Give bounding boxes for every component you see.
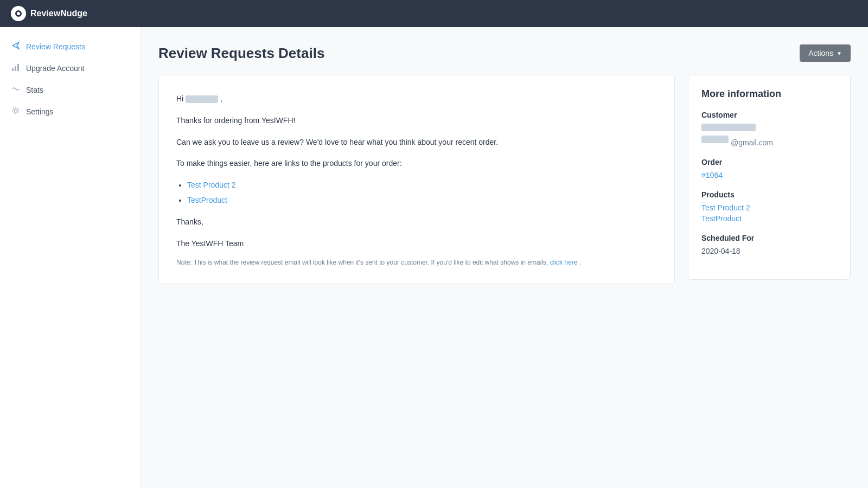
- info-product-link-1[interactable]: Test Product 2: [701, 203, 837, 212]
- sidebar-item-stats[interactable]: Stats: [0, 79, 141, 101]
- email-product-link-1[interactable]: Test Product 2: [187, 181, 236, 189]
- info-card: More information Customer @gmail.com Ord…: [688, 75, 851, 280]
- actions-button[interactable]: Actions ▼: [800, 44, 851, 62]
- topbar: ReviewNudge: [0, 0, 868, 27]
- greeting-text: Hi: [176, 94, 183, 103]
- send-icon: [11, 41, 21, 52]
- customer-name-redacted: [186, 95, 218, 103]
- note-text: Note: This is what the review request em…: [176, 259, 548, 266]
- order-number-link[interactable]: #1064: [701, 171, 837, 179]
- note-click-here-link[interactable]: click here: [550, 259, 578, 266]
- svg-point-1: [17, 12, 20, 15]
- customer-email-redacted: [701, 136, 729, 143]
- customer-email: @gmail.com: [701, 136, 837, 147]
- page-title: Review Requests Details: [158, 45, 324, 62]
- email-paragraph-1: Thanks for ordering from YesIWFH!: [176, 114, 657, 127]
- products-label: Products: [701, 190, 837, 199]
- settings-icon: [11, 106, 21, 117]
- actions-label: Actions: [808, 49, 833, 57]
- page-header: Review Requests Details Actions ▼: [158, 44, 851, 62]
- content-area: Review Requests Details Actions ▼ Hi , T…: [141, 27, 868, 488]
- order-label: Order: [701, 158, 837, 166]
- sidebar-label-upgrade: Upgrade Account: [26, 64, 84, 73]
- main-layout: Review Requests Upgrade Account Stats: [0, 27, 868, 488]
- sidebar-item-review-requests[interactable]: Review Requests: [0, 36, 141, 57]
- note-suffix: .: [579, 259, 581, 266]
- upgrade-icon: [11, 63, 21, 74]
- email-paragraph-2: Can we ask you to leave us a review? We'…: [176, 136, 657, 149]
- email-paragraph-3: To make things easier, here are links to…: [176, 157, 657, 170]
- sidebar-item-settings[interactable]: Settings: [0, 101, 141, 123]
- customer-section: Customer @gmail.com: [701, 111, 837, 147]
- greeting-suffix: ,: [220, 94, 222, 103]
- sidebar: Review Requests Upgrade Account Stats: [0, 27, 141, 488]
- info-product-link-2[interactable]: TestProduct: [701, 214, 837, 223]
- stats-icon: [11, 85, 21, 95]
- brand: ReviewNudge: [11, 6, 87, 21]
- order-section: Order #1064: [701, 158, 837, 179]
- email-product-item-2: TestProduct: [187, 194, 657, 207]
- sidebar-item-upgrade-account[interactable]: Upgrade Account: [0, 57, 141, 79]
- svg-point-5: [14, 109, 17, 112]
- scheduled-label: Scheduled For: [701, 234, 837, 242]
- brand-name: ReviewNudge: [30, 9, 87, 18]
- email-team-name: The YesIWFH Team: [176, 237, 657, 251]
- scheduled-section: Scheduled For 2020-04-18: [701, 234, 837, 255]
- email-body: Hi , Thanks for ordering from YesIWFH! C…: [176, 93, 657, 250]
- sidebar-label-settings: Settings: [26, 107, 54, 116]
- scheduled-date: 2020-04-18: [701, 247, 837, 255]
- email-sign-off: Thanks,: [176, 216, 657, 229]
- sidebar-label-stats: Stats: [26, 86, 43, 94]
- detail-layout: Hi , Thanks for ordering from YesIWFH! C…: [158, 75, 851, 284]
- info-card-title: More information: [701, 88, 837, 100]
- email-note: Note: This is what the review request em…: [176, 259, 657, 266]
- customer-name-redacted-block: [701, 124, 756, 131]
- brand-logo: [11, 6, 26, 21]
- customer-name-block: [701, 124, 837, 136]
- email-product-list: Test Product 2 TestProduct: [187, 179, 657, 207]
- email-greeting: Hi ,: [176, 93, 657, 106]
- dropdown-arrow-icon: ▼: [837, 50, 842, 56]
- email-product-item-1: Test Product 2: [187, 179, 657, 192]
- products-section: Products Test Product 2 TestProduct: [701, 190, 837, 223]
- customer-email-suffix: @gmail.com: [731, 138, 773, 147]
- svg-rect-4: [17, 64, 19, 71]
- customer-label: Customer: [701, 111, 837, 119]
- svg-rect-2: [12, 68, 14, 71]
- email-preview-card: Hi , Thanks for ordering from YesIWFH! C…: [158, 75, 675, 284]
- email-product-link-2[interactable]: TestProduct: [187, 196, 227, 204]
- svg-rect-3: [15, 66, 16, 71]
- sidebar-label-review-requests: Review Requests: [26, 42, 85, 51]
